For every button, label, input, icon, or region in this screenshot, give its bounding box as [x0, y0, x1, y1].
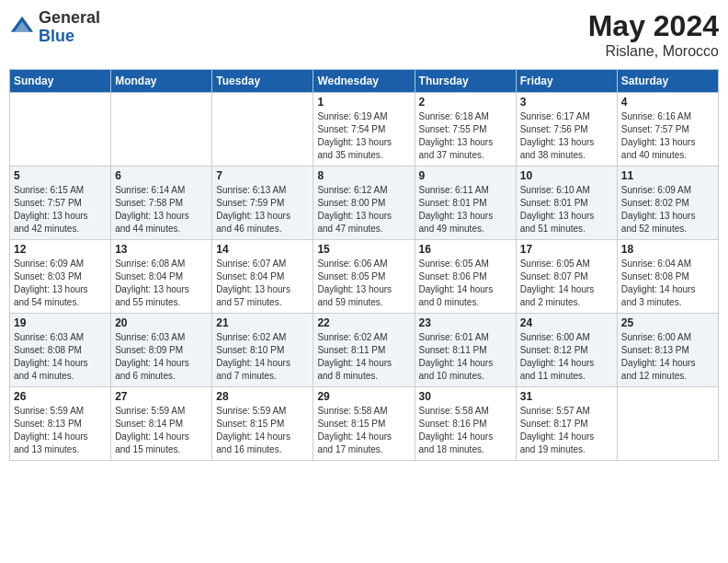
day-number: 18 — [621, 243, 714, 256]
day-header-saturday: Saturday — [617, 70, 718, 93]
calendar-cell: 25Sunrise: 6:00 AM Sunset: 8:13 PM Dayli… — [617, 314, 718, 387]
day-info: Sunrise: 6:16 AM Sunset: 7:57 PM Dayligh… — [621, 110, 714, 162]
calendar-cell: 15Sunrise: 6:06 AM Sunset: 8:05 PM Dayli… — [313, 240, 415, 314]
week-row-1: 1Sunrise: 6:19 AM Sunset: 7:54 PM Daylig… — [10, 93, 719, 167]
location-title: Rislane, Morocco — [588, 43, 719, 60]
calendar-cell: 18Sunrise: 6:04 AM Sunset: 8:08 PM Dayli… — [617, 240, 718, 314]
calendar-cell: 8Sunrise: 6:12 AM Sunset: 8:00 PM Daylig… — [313, 167, 415, 240]
day-number: 13 — [115, 243, 208, 256]
day-number: 7 — [216, 169, 309, 182]
day-info: Sunrise: 6:00 AM Sunset: 8:12 PM Dayligh… — [520, 331, 613, 383]
logo-icon — [9, 15, 35, 40]
day-info: Sunrise: 6:14 AM Sunset: 7:58 PM Dayligh… — [115, 184, 208, 236]
day-info: Sunrise: 6:10 AM Sunset: 8:01 PM Dayligh… — [520, 184, 613, 236]
day-info: Sunrise: 6:03 AM Sunset: 8:08 PM Dayligh… — [14, 331, 107, 383]
day-number: 27 — [115, 390, 208, 403]
day-number: 24 — [520, 316, 613, 329]
day-info: Sunrise: 6:00 AM Sunset: 8:13 PM Dayligh… — [621, 331, 714, 383]
day-number: 8 — [317, 169, 410, 182]
calendar-cell: 13Sunrise: 6:08 AM Sunset: 8:04 PM Dayli… — [111, 240, 212, 314]
day-number: 26 — [14, 390, 107, 403]
calendar-cell: 20Sunrise: 6:03 AM Sunset: 8:09 PM Dayli… — [111, 314, 212, 387]
day-info: Sunrise: 6:08 AM Sunset: 8:04 PM Dayligh… — [115, 258, 208, 309]
day-info: Sunrise: 6:02 AM Sunset: 8:11 PM Dayligh… — [317, 331, 410, 383]
calendar-cell: 27Sunrise: 5:59 AM Sunset: 8:14 PM Dayli… — [111, 387, 212, 461]
day-info: Sunrise: 5:58 AM Sunset: 8:15 PM Dayligh… — [317, 405, 410, 456]
calendar-cell: 10Sunrise: 6:10 AM Sunset: 8:01 PM Dayli… — [516, 167, 617, 240]
logo-blue-text: Blue — [39, 28, 100, 46]
calendar-cell: 14Sunrise: 6:07 AM Sunset: 8:04 PM Dayli… — [212, 240, 313, 314]
day-info: Sunrise: 5:59 AM Sunset: 8:14 PM Dayligh… — [115, 405, 208, 456]
calendar-cell: 31Sunrise: 5:57 AM Sunset: 8:17 PM Dayli… — [516, 387, 617, 461]
day-info: Sunrise: 6:11 AM Sunset: 8:01 PM Dayligh… — [419, 184, 512, 236]
calendar-cell — [212, 93, 313, 167]
week-row-2: 5Sunrise: 6:15 AM Sunset: 7:57 PM Daylig… — [10, 167, 719, 240]
day-number: 3 — [520, 96, 613, 109]
day-info: Sunrise: 5:59 AM Sunset: 8:15 PM Dayligh… — [216, 405, 309, 456]
calendar-cell: 26Sunrise: 5:59 AM Sunset: 8:13 PM Dayli… — [10, 387, 111, 461]
calendar-cell: 4Sunrise: 6:16 AM Sunset: 7:57 PM Daylig… — [617, 93, 718, 167]
calendar-cell: 22Sunrise: 6:02 AM Sunset: 8:11 PM Dayli… — [313, 314, 415, 387]
calendar-cell: 6Sunrise: 6:14 AM Sunset: 7:58 PM Daylig… — [111, 167, 212, 240]
day-info: Sunrise: 6:19 AM Sunset: 7:54 PM Dayligh… — [317, 110, 410, 162]
week-row-4: 19Sunrise: 6:03 AM Sunset: 8:08 PM Dayli… — [10, 314, 719, 387]
day-header-sunday: Sunday — [10, 70, 111, 93]
day-number: 1 — [317, 96, 410, 109]
day-number: 16 — [419, 243, 512, 256]
day-info: Sunrise: 6:13 AM Sunset: 7:59 PM Dayligh… — [216, 184, 309, 236]
calendar-cell: 7Sunrise: 6:13 AM Sunset: 7:59 PM Daylig… — [212, 167, 313, 240]
day-info: Sunrise: 6:18 AM Sunset: 7:55 PM Dayligh… — [419, 110, 512, 162]
day-info: Sunrise: 6:09 AM Sunset: 8:02 PM Dayligh… — [621, 184, 714, 236]
day-header-monday: Monday — [111, 70, 212, 93]
day-info: Sunrise: 6:17 AM Sunset: 7:56 PM Dayligh… — [520, 110, 613, 162]
calendar-cell: 12Sunrise: 6:09 AM Sunset: 8:03 PM Dayli… — [10, 240, 111, 314]
day-number: 17 — [520, 243, 613, 256]
calendar-header: SundayMondayTuesdayWednesdayThursdayFrid… — [10, 70, 719, 93]
day-info: Sunrise: 6:09 AM Sunset: 8:03 PM Dayligh… — [14, 258, 107, 309]
calendar-cell — [10, 93, 111, 167]
day-info: Sunrise: 6:07 AM Sunset: 8:04 PM Dayligh… — [216, 258, 309, 309]
calendar-cell: 11Sunrise: 6:09 AM Sunset: 8:02 PM Dayli… — [617, 167, 718, 240]
week-row-3: 12Sunrise: 6:09 AM Sunset: 8:03 PM Dayli… — [10, 240, 719, 314]
day-number: 15 — [317, 243, 410, 256]
calendar-cell: 16Sunrise: 6:05 AM Sunset: 8:06 PM Dayli… — [415, 240, 516, 314]
day-info: Sunrise: 6:05 AM Sunset: 8:07 PM Dayligh… — [520, 258, 613, 309]
day-number: 12 — [14, 243, 107, 256]
calendar-cell: 5Sunrise: 6:15 AM Sunset: 7:57 PM Daylig… — [10, 167, 111, 240]
day-info: Sunrise: 6:06 AM Sunset: 8:05 PM Dayligh… — [317, 258, 410, 309]
calendar-cell: 19Sunrise: 6:03 AM Sunset: 8:08 PM Dayli… — [10, 314, 111, 387]
page-header: General Blue May 2024 Rislane, Morocco — [9, 9, 719, 60]
day-header-friday: Friday — [516, 70, 617, 93]
day-info: Sunrise: 6:02 AM Sunset: 8:10 PM Dayligh… — [216, 331, 309, 383]
logo-general-text: General — [39, 9, 100, 28]
day-number: 31 — [520, 390, 613, 403]
day-info: Sunrise: 6:04 AM Sunset: 8:08 PM Dayligh… — [621, 258, 714, 309]
calendar-cell — [111, 93, 212, 167]
day-number: 20 — [115, 316, 208, 329]
day-info: Sunrise: 5:59 AM Sunset: 8:13 PM Dayligh… — [14, 405, 107, 456]
day-number: 29 — [317, 390, 410, 403]
day-info: Sunrise: 6:15 AM Sunset: 7:57 PM Dayligh… — [14, 184, 107, 236]
calendar-cell: 29Sunrise: 5:58 AM Sunset: 8:15 PM Dayli… — [313, 387, 415, 461]
day-number: 25 — [621, 316, 714, 329]
calendar-cell: 24Sunrise: 6:00 AM Sunset: 8:12 PM Dayli… — [516, 314, 617, 387]
calendar-cell — [617, 387, 718, 461]
day-info: Sunrise: 5:57 AM Sunset: 8:17 PM Dayligh… — [520, 405, 613, 456]
day-number: 19 — [14, 316, 107, 329]
day-info: Sunrise: 6:03 AM Sunset: 8:09 PM Dayligh… — [115, 331, 208, 383]
calendar-body: 1Sunrise: 6:19 AM Sunset: 7:54 PM Daylig… — [10, 93, 719, 461]
logo: General Blue — [9, 9, 100, 46]
day-info: Sunrise: 6:05 AM Sunset: 8:06 PM Dayligh… — [419, 258, 512, 309]
month-title: May 2024 — [588, 9, 719, 43]
calendar-cell: 30Sunrise: 5:58 AM Sunset: 8:16 PM Dayli… — [415, 387, 516, 461]
calendar-cell: 9Sunrise: 6:11 AM Sunset: 8:01 PM Daylig… — [415, 167, 516, 240]
day-number: 11 — [621, 169, 714, 182]
logo-text: General Blue — [39, 9, 100, 46]
calendar-cell: 1Sunrise: 6:19 AM Sunset: 7:54 PM Daylig… — [313, 93, 415, 167]
day-info: Sunrise: 5:58 AM Sunset: 8:16 PM Dayligh… — [419, 405, 512, 456]
day-number: 2 — [419, 96, 512, 109]
calendar-cell: 17Sunrise: 6:05 AM Sunset: 8:07 PM Dayli… — [516, 240, 617, 314]
calendar-table: SundayMondayTuesdayWednesdayThursdayFrid… — [9, 69, 719, 461]
calendar-cell: 23Sunrise: 6:01 AM Sunset: 8:11 PM Dayli… — [415, 314, 516, 387]
day-number: 6 — [115, 169, 208, 182]
